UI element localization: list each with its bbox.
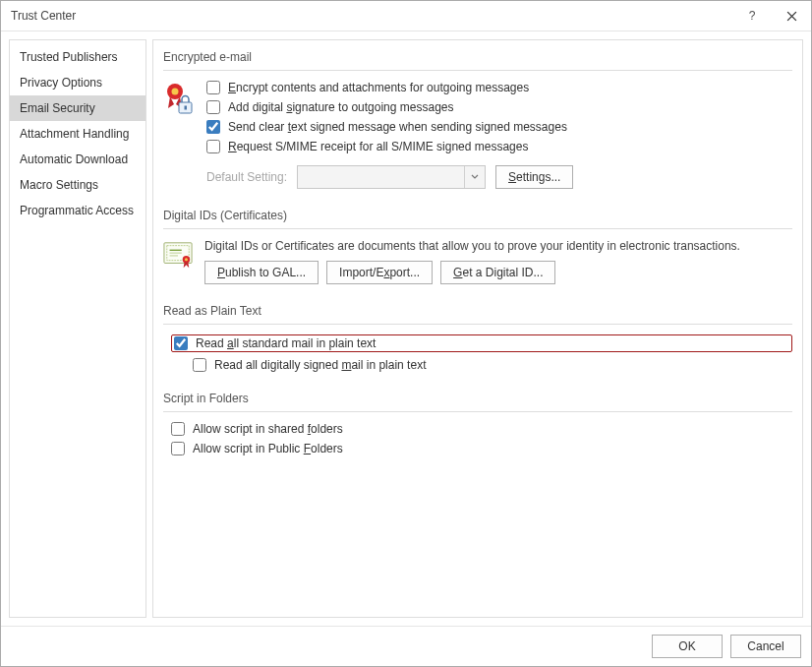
checkbox-label: Request S/MIME receipt for all S/MIME si…	[228, 140, 528, 153]
section-encrypted-email: Encrypted e-mail	[163, 46, 792, 189]
settings-button[interactable]: Settings...	[495, 165, 573, 189]
checkbox-script-shared[interactable]: Allow script in shared folders	[171, 422, 792, 436]
sidebar-item-macro-settings[interactable]: Macro Settings	[10, 172, 145, 198]
chevron-down-icon	[464, 166, 485, 188]
checkbox-input[interactable]	[206, 81, 220, 94]
checkbox-label: Read all digitally signed mail in plain …	[214, 358, 426, 372]
encrypted-options: Encrypt contents and attachments for out…	[206, 81, 792, 189]
checkbox-input[interactable]	[193, 358, 206, 372]
help-button[interactable]: ?	[732, 1, 772, 30]
cancel-button[interactable]: Cancel	[730, 635, 801, 658]
checkbox-read-standard-plain[interactable]: Read all standard mail in plain text	[174, 336, 376, 350]
sidebar-item-programmatic-access[interactable]: Programmatic Access	[10, 198, 145, 223]
close-button[interactable]	[772, 1, 811, 30]
window-title: Trust Center	[11, 9, 732, 23]
checkbox-read-signed-plain[interactable]: Read all digitally signed mail in plain …	[193, 358, 792, 372]
sidebar-item-privacy-options[interactable]: Privacy Options	[10, 70, 145, 95]
checkbox-label: Allow script in shared folders	[193, 422, 343, 436]
checkbox-label: Allow script in Public Folders	[193, 442, 343, 455]
digital-ids-row: Digital IDs or Certificates are document…	[163, 239, 792, 284]
checkbox-input[interactable]	[206, 120, 220, 134]
sidebar-item-automatic-download[interactable]: Automatic Download	[10, 147, 145, 172]
checkbox-input[interactable]	[171, 422, 185, 436]
section-title-script: Script in Folders	[163, 388, 792, 412]
svg-point-10	[185, 258, 188, 261]
close-icon	[786, 11, 797, 22]
section-digital-ids: Digital IDs (Certificates)	[163, 205, 792, 284]
section-title-plain-text: Read as Plain Text	[163, 300, 792, 325]
checkbox-add-signature[interactable]: Add digital signature to outgoing messag…	[206, 100, 792, 114]
digital-ids-buttons: Publish to GAL... Import/Export... Get a…	[204, 261, 792, 284]
checkbox-encrypt-contents[interactable]: Encrypt contents and attachments for out…	[206, 81, 792, 94]
ribbon-lock-icon	[163, 81, 193, 116]
highlight-box: Read all standard mail in plain text	[171, 334, 792, 352]
checkbox-input[interactable]	[171, 442, 185, 455]
checkbox-label: Send clear text signed message when send…	[228, 120, 567, 134]
default-setting-combo[interactable]	[297, 165, 486, 189]
sidebar-item-attachment-handling[interactable]: Attachment Handling	[10, 121, 145, 147]
certificate-icon	[163, 239, 193, 269]
checkbox-smime-receipt[interactable]: Request S/MIME receipt for all S/MIME si…	[206, 140, 792, 153]
section-title-encrypted: Encrypted e-mail	[163, 46, 792, 71]
help-icon: ?	[749, 9, 756, 23]
checkbox-label: Add digital signature to outgoing messag…	[228, 100, 453, 114]
default-setting-row: Default Setting: Settings...	[206, 165, 792, 189]
section-title-digital-ids: Digital IDs (Certificates)	[163, 205, 792, 229]
titlebar: Trust Center ?	[1, 1, 811, 31]
checkbox-input[interactable]	[206, 140, 220, 153]
checkbox-label: Read all standard mail in plain text	[196, 336, 376, 350]
import-export-button[interactable]: Import/Export...	[326, 261, 433, 284]
svg-rect-3	[185, 106, 188, 110]
ok-button[interactable]: OK	[652, 635, 723, 658]
section-read-plain-text: Read as Plain Text Read all standard mai…	[163, 300, 792, 372]
content-panel: Encrypted e-mail	[152, 39, 803, 618]
digital-ids-description: Digital IDs or Certificates are document…	[204, 239, 792, 253]
checkbox-input[interactable]	[206, 100, 220, 114]
encrypted-row: Encrypt contents and attachments for out…	[163, 81, 792, 189]
svg-point-1	[172, 89, 179, 95]
sidebar-item-trusted-publishers[interactable]: Trusted Publishers	[10, 44, 145, 70]
checkbox-script-public[interactable]: Allow script in Public Folders	[171, 442, 792, 455]
section-script-folders: Script in Folders Allow script in shared…	[163, 388, 792, 455]
plain-text-options: Read all standard mail in plain text Rea…	[171, 334, 792, 372]
digital-ids-col: Digital IDs or Certificates are document…	[204, 239, 792, 284]
trust-center-window: Trust Center ? Trusted Publishers Privac…	[0, 0, 812, 667]
checkbox-label: Encrypt contents and attachments for out…	[228, 81, 529, 94]
dialog-body: Trusted Publishers Privacy Options Email…	[1, 31, 811, 626]
get-digital-id-button[interactable]: Get a Digital ID...	[440, 261, 555, 284]
dialog-footer: OK Cancel	[1, 626, 811, 666]
sidebar-item-email-security[interactable]: Email Security	[10, 95, 145, 121]
checkbox-input[interactable]	[174, 336, 188, 350]
default-setting-label: Default Setting:	[206, 170, 287, 184]
script-options: Allow script in shared folders Allow scr…	[171, 422, 792, 455]
publish-to-gal-button[interactable]: Publish to GAL...	[204, 261, 319, 284]
category-sidebar: Trusted Publishers Privacy Options Email…	[9, 39, 146, 618]
checkbox-clear-text-signed[interactable]: Send clear text signed message when send…	[206, 120, 792, 134]
